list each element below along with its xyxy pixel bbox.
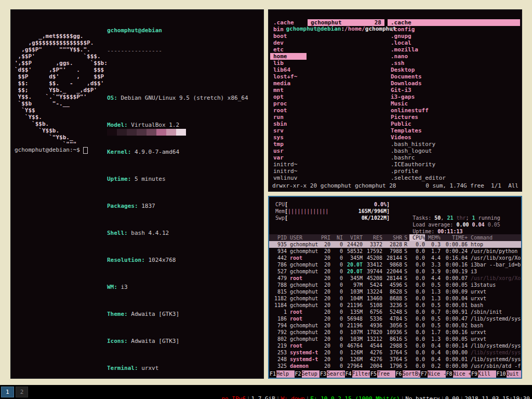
cell-shr: 8616 [382,336,402,342]
fkey-button[interactable]: F1Help [269,370,295,378]
ranger-current-item[interactable]: gchomphut28 [308,19,384,26]
cell-command: urxvt [468,329,521,336]
htop-process-row[interactable]: 934gchomphut20058532175927988S0.01.70:00… [269,248,521,255]
ranger-preview-item[interactable]: .selected_editor [388,175,520,181]
ranger-parent-item[interactable]: media [270,80,307,87]
fkey-button[interactable]: F4Filter [345,370,370,378]
ranger-parent-item[interactable]: usr [270,148,307,154]
ranger-preview-item[interactable]: .local [388,39,520,46]
ranger-parent-item[interactable]: opt [270,94,307,100]
neofetch-user-host: gchomphut@debian [107,27,248,34]
ranger-preview-item[interactable]: .mozilla [388,46,520,53]
ranger-preview-item[interactable]: .gnupg [388,33,520,39]
ranger-parent-item[interactable]: tmp [270,141,307,148]
process-table-header[interactable]: PIDUSERPRINIVIRTRESSHRSCPU%MEM%TIME+Comm… [269,234,521,241]
htop-process-row[interactable]: 792gchomphut200107M1782010936S0.01.70:00… [269,329,521,336]
htop-process-row[interactable]: 253systemd-t200126M42763764S0.00.40:00.0… [269,349,521,356]
ranger-preview-item[interactable]: .bashrc [388,154,520,161]
ranger-preview-item[interactable]: Videos [388,134,520,141]
ranger-parent-item[interactable]: initrd~ [270,168,307,175]
ranger-preview-item[interactable]: .bash_logout [388,148,520,154]
ranger-preview-item[interactable]: .bash_history [388,141,520,148]
htop-process-row[interactable]: 479root200345M4520828144S0.04.40:00.07/u… [269,275,521,282]
htop-process-row[interactable]: 788gchomphut20097M54244596S0.00.50:00.05… [269,282,521,288]
cell-user: gchomphut [290,336,320,342]
cell-res: 5424 [363,282,382,288]
htop-process-row[interactable]: 1root200135M67565248S0.00.70:00.91/sbin/… [269,309,521,315]
ranger-preview-item[interactable]: Git-i3 [388,87,520,94]
fkey-button[interactable]: F6SortBy [395,370,421,378]
terminal-window-neofetch[interactable]: _,met$$$$$gg. ,g$$$$$$$$$$$$$$$P. ,g$$P"… [10,9,264,379]
fkey-button[interactable]: F10Quit [496,370,522,378]
ranger-preview-item[interactable]: i3-gaps [388,94,520,100]
ranger-parent-item[interactable]: lost+f~ [270,73,307,80]
ranger-preview-item[interactable]: .config [388,26,520,33]
info-line: Model: VirtualBox 1.2 [107,122,248,128]
htop-window[interactable]: CPU[0.0%] Mem[|||||||||||||165M/996M] Sw… [268,196,522,379]
ranger-parent-item[interactable]: .cache [270,19,307,26]
ranger-preview-item[interactable]: Public [388,121,520,127]
cell-res: 4276 [363,349,382,356]
fkey-button[interactable]: F7Nice - [420,370,446,378]
htop-process-row[interactable]: 1184gchomphut2002119651083236S0.00.50:00… [269,302,521,309]
cell-res: 17592 [363,248,382,255]
htop-process-row[interactable]: 786gchomphut20020.0T334129868S0.03.30:00… [269,261,521,268]
htop-process-row[interactable]: 325daemon2002796420041796S0.00.20:00.00/… [269,363,521,369]
ranger-parent-item[interactable]: lib64 [270,66,307,73]
htop-process-row[interactable]: 794gchomphut2002119649363056S0.00.50:00.… [269,322,521,329]
ranger-parent-item[interactable]: proc [270,100,307,107]
ranger-parent-item[interactable]: sys [270,134,307,141]
ranger-parent-item[interactable]: dev [270,39,307,46]
htop-process-row[interactable]: 1182gchomphut200104M134608688S0.01.30:00… [269,295,521,302]
cell-virt: 345M [343,275,363,282]
fkey-button[interactable]: F2Setup [295,370,320,378]
fkey-button[interactable]: F8Nice + [446,370,471,378]
htop-process-row[interactable]: 815gchomphut200103M132248628S0.01.30:00.… [269,288,521,295]
ranger-parent-item[interactable]: etc [270,46,307,53]
htop-process-row[interactable]: 219root2004676445442988S0.00.40:00.14/li… [269,342,521,349]
text-segment: Load average: [413,222,456,228]
ranger-parent-item[interactable]: vmlinuv [270,175,307,181]
ranger-preview-item[interactable]: .ssh [388,60,520,66]
ranger-preview-item[interactable]: Pictures [388,114,520,121]
htop-process-row[interactable]: 186root2005694853364784S0.00.50:00.47/li… [269,315,521,322]
ranger-preview-item[interactable]: Desktop [388,66,520,73]
ranger-parent-item[interactable]: root [270,107,307,114]
shell-prompt[interactable]: gchomphut@debian:~$ [15,147,88,154]
ranger-preview-item[interactable]: .ICEauthority [388,161,520,168]
workspace-button[interactable]: 1 [1,387,14,397]
cell-pid: 325 [269,363,287,369]
ranger-parent-item[interactable]: home [270,53,307,60]
ranger-parent-item[interactable]: run [270,114,307,121]
htop-process-row[interactable]: 802gchomphut200103M132128616S0.01.30:00.… [269,336,521,342]
fkey-button[interactable]: F5Tree [370,370,395,378]
workspace-button[interactable]: 2 [16,387,29,397]
ranger-preview-item[interactable]: .nano [388,53,520,60]
ranger-parent-item[interactable]: mnt [270,87,307,94]
htop-process-row[interactable]: 527gchomphut20020.0T3974422044S0.03.90:0… [269,268,521,275]
ranger-parent-item[interactable]: initrd~ [270,161,307,168]
ranger-window[interactable]: gchomphut@debian:/home/gchomphut .cacheb… [268,9,522,192]
ranger-preview-item[interactable]: Templates [388,127,520,134]
htop-process-row[interactable]: 248systemd-t200126M42763764S0.00.40:00.0… [269,356,521,363]
ranger-preview-item[interactable]: Downloads [388,80,520,87]
ranger-preview-item[interactable]: Documents [388,73,520,80]
fkey-number: F6 [395,370,403,378]
ranger-parent-item[interactable]: lib [270,60,307,66]
ranger-parent-item[interactable]: boot [270,33,307,39]
cell-shr: 28144 [382,275,402,282]
fkey-button[interactable]: F9Kill [471,370,496,378]
ranger-parent-item[interactable]: var [270,154,307,161]
htop-process-row[interactable]: 442root200345M4520828144S0.04.40:16.04/u… [269,255,521,261]
ranger-preview-item[interactable]: .cache [388,19,520,26]
ranger-parent-item[interactable]: srv [270,127,307,134]
cell-res: 13460 [363,295,382,302]
ranger-parent-item[interactable]: sbin [270,121,307,127]
sort-column-header[interactable]: CPU% [409,234,425,241]
ranger-preview-item[interactable]: .profile [388,168,520,175]
htop-process-row[interactable]: 935gchomphut2002442033722828R0.00.30:00.… [269,241,521,248]
fkey-button[interactable]: F3Search [320,370,345,378]
ranger-preview-item[interactable]: onlinestuff [388,107,520,114]
ranger-parent-item[interactable]: bin [270,26,307,33]
ranger-preview-item[interactable]: Music [388,100,520,107]
